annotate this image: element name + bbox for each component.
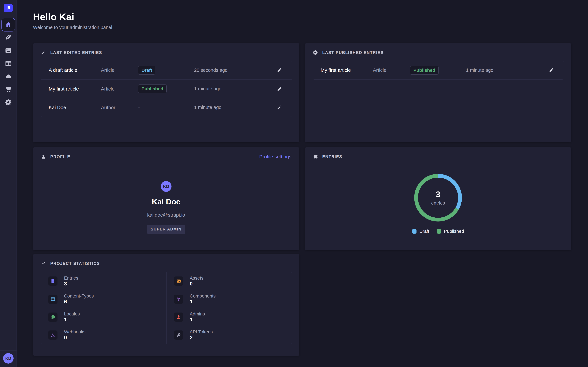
check-circle-icon (313, 50, 318, 55)
user-avatar-button[interactable]: KD (3, 353, 14, 364)
stat-label: Webhooks (64, 329, 86, 334)
sidebar-item-cloud[interactable] (3, 71, 14, 82)
pencil-icon (277, 86, 282, 92)
stat-content-types: Content-Types 6 (41, 290, 166, 308)
sidebar-item-settings[interactable] (3, 97, 14, 108)
trend-up-icon (41, 261, 46, 266)
images-icon (174, 276, 183, 286)
page-subtitle: Welcome to your administration panel (33, 25, 112, 30)
card-title: PROFILE (50, 154, 70, 159)
entry-name: A draft article (49, 67, 101, 73)
card-title: LAST EDITED ENTRIES (50, 50, 102, 55)
entry-time: 1 minute ago (194, 86, 275, 92)
key-icon (174, 330, 183, 340)
stat-value: 0 (64, 334, 67, 340)
nodes-icon (174, 295, 183, 304)
edit-entry-button[interactable] (275, 66, 284, 75)
profile-body: KD Kai Doe kai.doe@strapi.io SUPER ADMIN (33, 181, 299, 234)
stat-label: API Tokens (190, 329, 213, 334)
card-header: PROJECT STATISTICS (33, 254, 299, 271)
cart-icon (5, 85, 12, 93)
gear-icon (5, 99, 12, 106)
stat-webhooks: Webhooks 0 (41, 326, 166, 344)
chart-legend: Draft Published (305, 229, 571, 234)
stat-value: 1 (190, 317, 193, 323)
globe-icon (48, 313, 58, 322)
donut-center: 3 entries (414, 174, 462, 222)
sidebar-item-content-manager[interactable] (3, 32, 14, 43)
legend-item-published: Published (437, 229, 464, 234)
stat-value: 0 (190, 281, 193, 287)
profile-name: Kai Doe (152, 197, 181, 206)
card-header: PROFILE Profile settings (33, 147, 299, 164)
entry-name: My first article (321, 67, 373, 73)
role-badge: SUPER ADMIN (147, 225, 185, 234)
user-icon (41, 154, 46, 159)
entry-time: 1 minute ago (466, 67, 547, 73)
status-badge: Draft (138, 66, 155, 75)
edit-entry-button[interactable] (275, 84, 284, 93)
layout-icon (5, 60, 12, 67)
table-row[interactable]: Kai Doe Author - 1 minute ago (41, 98, 292, 117)
stat-label: Locales (64, 311, 80, 317)
entry-time: 1 minute ago (194, 105, 275, 110)
pencil-icon (549, 67, 554, 73)
card-title: ENTRIES (322, 154, 342, 159)
donut-sublabel: entries (431, 200, 445, 206)
stat-entries: Entries 3 (41, 272, 166, 290)
sidebar: KD (0, 0, 17, 367)
stat-label: Components (190, 293, 216, 299)
entry-type: Article (101, 86, 138, 92)
stat-value: 1 (64, 317, 67, 323)
stat-label: Entries (64, 275, 78, 281)
images-icon (5, 47, 12, 54)
entries-donut-chart: 3 entries (414, 174, 462, 222)
legend-label: Draft (419, 229, 429, 234)
card-header: ENTRIES (305, 147, 571, 164)
pencil-icon (41, 50, 46, 55)
edit-entry-button[interactable] (547, 66, 556, 75)
stat-admins: Admins 1 (166, 308, 292, 326)
project-statistics-card: PROJECT STATISTICS Entries 3 Assets 0 Co… (33, 254, 299, 356)
last-published-table: My first article Article Published 1 min… (313, 61, 564, 80)
last-published-entries-card: LAST PUBLISHED ENTRIES My first article … (305, 43, 571, 142)
published-swatch (437, 229, 441, 234)
card-header: LAST PUBLISHED ENTRIES (305, 43, 571, 60)
sidebar-item-content-type-builder[interactable] (3, 58, 14, 69)
cloud-icon (5, 73, 12, 80)
sidebar-item-home[interactable] (1, 18, 15, 32)
donut-total: 3 (436, 190, 440, 199)
sidebar-divider-top (0, 13, 17, 13)
avatar: KD (161, 181, 172, 192)
file-icon (48, 276, 58, 286)
profile-settings-link[interactable]: Profile settings (259, 154, 291, 159)
edit-entry-button[interactable] (275, 103, 284, 112)
profile-email: kai.doe@strapi.io (147, 212, 185, 218)
status-badge: Published (138, 84, 167, 93)
table-row[interactable]: My first article Article Published 1 min… (41, 79, 292, 98)
entry-type: Author (101, 105, 138, 110)
profile-card: PROFILE Profile settings KD Kai Doe kai.… (33, 147, 299, 250)
strapi-logo (4, 4, 13, 12)
table-row[interactable]: My first article Article Published 1 min… (313, 61, 564, 79)
sidebar-item-marketplace[interactable] (3, 84, 14, 94)
status-badge: Published (410, 66, 439, 75)
puzzle-icon (313, 154, 318, 159)
sidebar-divider-bottom (0, 350, 17, 350)
stat-api-tokens: API Tokens 2 (166, 326, 292, 344)
last-edited-entries-card: LAST EDITED ENTRIES A draft article Arti… (33, 43, 299, 142)
entry-type: Article (101, 67, 138, 73)
entry-time: 20 seconds ago (194, 67, 275, 73)
sidebar-item-media-library[interactable] (3, 45, 14, 56)
home-icon (5, 21, 12, 28)
stat-label: Assets (190, 275, 204, 281)
table-row[interactable]: A draft article Article Draft 20 seconds… (41, 61, 292, 79)
user-icon (174, 313, 183, 322)
draft-swatch (412, 229, 416, 234)
feather-icon (5, 34, 12, 41)
last-edited-table: A draft article Article Draft 20 seconds… (41, 61, 292, 117)
status-empty: - (138, 105, 194, 110)
card-header: LAST EDITED ENTRIES (33, 43, 299, 60)
card-title: PROJECT STATISTICS (50, 261, 100, 266)
stat-value: 2 (190, 334, 193, 340)
